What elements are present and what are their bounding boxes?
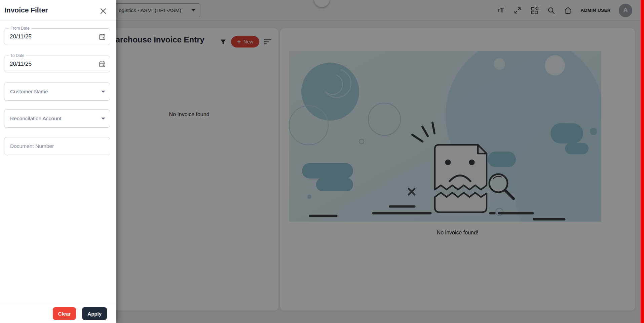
document-number-input[interactable] [4,137,110,155]
scrollbar[interactable] [641,0,644,323]
to-date-input[interactable] [10,56,87,72]
from-date-field[interactable]: From Date [4,28,110,45]
reconciliation-account-select[interactable]: Reconcilation Account [4,109,110,128]
chevron-down-icon [101,118,105,120]
customer-name-placeholder: Customer Name [10,89,48,95]
clear-button[interactable]: Clear [53,307,76,320]
calendar-icon[interactable] [99,33,106,40]
to-date-label: To Date [9,53,26,58]
drawer-title: Invoice Filter [4,6,48,14]
close-icon[interactable] [100,7,107,15]
calendar-icon[interactable] [99,60,106,68]
document-number-field[interactable] [4,137,110,155]
from-date-input[interactable] [10,29,87,45]
invoice-filter-drawer: Invoice Filter From Date To Date [0,0,116,323]
apply-button[interactable]: Apply [82,307,107,320]
to-date-field[interactable]: To Date [4,56,110,72]
customer-name-select[interactable]: Customer Name [4,83,110,101]
chevron-down-icon [101,91,105,93]
from-date-label: From Date [9,26,31,31]
reconciliation-account-placeholder: Reconcilation Account [10,116,62,122]
